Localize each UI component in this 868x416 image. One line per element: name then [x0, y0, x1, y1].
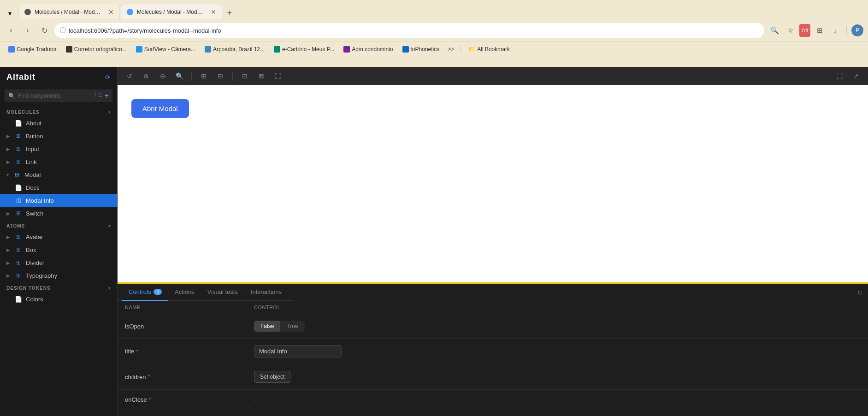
- set-object-button[interactable]: Set object: [254, 371, 290, 383]
- bookmark-arpoador[interactable]: Arpoador, Brazil 12...: [201, 45, 268, 53]
- sidebar: Alfabit ⟳ 🔍 / ⊟ + MOLECULES ▾ 📄 About ▶: [0, 67, 118, 416]
- switch-label: Switch: [26, 210, 43, 217]
- reload-button[interactable]: ↻: [38, 24, 51, 37]
- toolbar-reload-btn[interactable]: ↺: [123, 70, 136, 82]
- tab-1-close[interactable]: ✕: [108, 8, 114, 16]
- bookmark-google-translate[interactable]: Google Tradutor: [5, 45, 60, 53]
- separator: [846, 26, 847, 35]
- children-required-icon: *: [148, 374, 150, 380]
- search-input[interactable]: [18, 93, 92, 99]
- toolbar-sep-1: [191, 71, 192, 81]
- toolbar-fullscreen-btn[interactable]: ⛶: [272, 70, 284, 82]
- sidebar-item-docs[interactable]: 📄 Docs: [0, 181, 117, 194]
- sidebar-item-avatar[interactable]: ▶ ⊞ Avatar: [0, 230, 117, 243]
- bookmark-all[interactable]: 📁 All Bookmark: [465, 45, 514, 53]
- bookmark-ecartorio[interactable]: e-Cartório - Meus P...: [270, 45, 338, 53]
- open-modal-button[interactable]: Abrir Modal: [131, 99, 189, 118]
- sidebar-item-colors[interactable]: 📄 Colors: [0, 293, 117, 305]
- collapse-tokens-icon[interactable]: ▾: [108, 286, 111, 291]
- bookmark-tophonetics[interactable]: toPhonetics: [399, 45, 443, 53]
- bookmark-star-icon[interactable]: ☆: [784, 24, 797, 37]
- nav-bar: ‹ › ↻ ⓘ localhost:6006/?path=/story/mole…: [0, 19, 868, 41]
- tab-actions[interactable]: Actions: [168, 284, 201, 301]
- toolbar-grid1-btn[interactable]: ⊞: [197, 70, 210, 82]
- bookmark-surfview[interactable]: SurfView - Câmera...: [132, 45, 199, 53]
- tophonetics-icon: [402, 46, 409, 53]
- sidebar-item-typography[interactable]: ▶ ⊞ Typography: [0, 269, 117, 282]
- toolbar-layout2-btn[interactable]: ⊠: [255, 70, 268, 82]
- add-icon[interactable]: +: [105, 92, 109, 100]
- new-tab-button[interactable]: +: [223, 6, 236, 19]
- section-atoms-label: ATOMS: [6, 223, 25, 229]
- filter-icon[interactable]: ⊟: [98, 92, 103, 100]
- sidebar-header: Alfabit ⟳: [0, 67, 117, 88]
- toolbar-expand-btn[interactable]: ⛶: [833, 70, 846, 82]
- bookmark-label: e-Cartório - Meus P...: [282, 46, 334, 53]
- browser-tab-2[interactable]: Molecules / Modal - Modal Info... ✕: [121, 4, 222, 19]
- title-input[interactable]: [254, 345, 342, 357]
- isopen-toggle[interactable]: False True: [254, 321, 305, 332]
- onclose-name: onClose *: [125, 396, 254, 403]
- onclose-control: -: [254, 396, 861, 403]
- toolbar-popout-btn[interactable]: ↗: [850, 70, 862, 82]
- link-label: Link: [26, 158, 37, 165]
- tab-controls[interactable]: Controls 3: [122, 284, 168, 301]
- typography-label: Typography: [26, 272, 57, 279]
- about-doc-icon: 📄: [15, 119, 22, 127]
- sidebar-item-button[interactable]: ▶ ⊞ Button: [0, 129, 117, 142]
- browser-menu-btn[interactable]: ▾: [4, 7, 16, 19]
- corretor-icon: [66, 46, 72, 53]
- more-bookmarks-button[interactable]: >>: [445, 45, 457, 53]
- adm-icon: [343, 46, 350, 53]
- search-bar[interactable]: 🔍 / ⊟ +: [5, 89, 112, 102]
- collapse-molecules-icon[interactable]: ▾: [108, 110, 111, 115]
- extension-off-icon[interactable]: Off: [799, 24, 810, 37]
- sidebar-item-modal-info[interactable]: ◫ Modal Info: [0, 194, 117, 207]
- bookmark-label: All Bookmark: [477, 46, 510, 53]
- controls-table-header: Name Control: [118, 301, 868, 314]
- sidebar-item-input[interactable]: ▶ ⊞ Input: [0, 142, 117, 155]
- toolbar-grid2-btn[interactable]: ⊟: [214, 70, 227, 82]
- toolbar-search-btn[interactable]: 🔍: [173, 70, 186, 82]
- profile-icon[interactable]: P: [851, 24, 863, 36]
- toolbar-zoom-in-btn[interactable]: ⊕: [140, 70, 153, 82]
- sidebar-item-divider[interactable]: ▶ ⊞ Divider: [0, 256, 117, 269]
- control-row-children: children * Set object: [118, 364, 868, 390]
- bookmark-corretor[interactable]: Corretor ortográfico...: [62, 45, 130, 53]
- tab-visual-tests[interactable]: Visual tests: [201, 284, 244, 301]
- downloads-icon[interactable]: ↓: [829, 24, 842, 37]
- isopen-false-option[interactable]: False: [254, 321, 280, 332]
- tab-2-title: Molecules / Modal - Modal Info...: [137, 9, 205, 15]
- typography-expand-icon: ▶: [6, 273, 10, 278]
- modal-expand-icon: ▾: [6, 172, 9, 177]
- toolbar-layout1-btn[interactable]: ⊡: [238, 70, 251, 82]
- sidebar-item-link[interactable]: ▶ ⊞ Link: [0, 155, 117, 168]
- extensions-icon[interactable]: ⊞: [813, 24, 826, 37]
- sidebar-item-about[interactable]: 📄 About: [0, 117, 117, 129]
- controls-panel: Controls 3 Actions Visual tests Interact…: [118, 282, 868, 416]
- address-bar[interactable]: ⓘ localhost:6006/?path=/story/molecules-…: [54, 23, 764, 38]
- box-label: Box: [26, 246, 36, 253]
- sidebar-item-switch[interactable]: ▶ ⊞ Switch: [0, 207, 117, 220]
- about-label: About: [26, 120, 41, 127]
- input-component-icon: ⊞: [15, 145, 22, 152]
- forward-button[interactable]: ›: [21, 24, 34, 37]
- toolbar-zoom-out-btn[interactable]: ⊖: [156, 70, 169, 82]
- isopen-true-option[interactable]: True: [280, 321, 304, 332]
- tab-interactions[interactable]: Interactions: [244, 284, 288, 301]
- toolbar: ↺ ⊕ ⊖ 🔍 ⊞ ⊟ ⊡ ⊠ ⛶ ⛶ ↗: [118, 67, 868, 85]
- bookmark-adm[interactable]: Adm condominio: [340, 45, 396, 53]
- collapse-atoms-icon[interactable]: ▾: [108, 223, 111, 229]
- search-icon[interactable]: 🔍: [768, 24, 781, 37]
- storybook-update-icon[interactable]: ⟳: [105, 74, 111, 81]
- col-control-header: Control: [254, 305, 861, 310]
- bookmark-label: Corretor ortográfico...: [74, 46, 127, 53]
- back-button[interactable]: ‹: [5, 24, 18, 37]
- sidebar-item-modal[interactable]: ▾ ⊞ Modal: [0, 168, 117, 181]
- tab-2-close[interactable]: ✕: [211, 8, 216, 16]
- colors-label: Colors: [26, 296, 43, 303]
- sidebar-item-box[interactable]: ▶ ⊞ Box: [0, 243, 117, 256]
- browser-tab-1[interactable]: Molecules / Modal - Modal Info... ✕: [18, 4, 120, 19]
- surfview-icon: [136, 46, 142, 53]
- panel-expand-button[interactable]: ⊡: [852, 286, 868, 299]
